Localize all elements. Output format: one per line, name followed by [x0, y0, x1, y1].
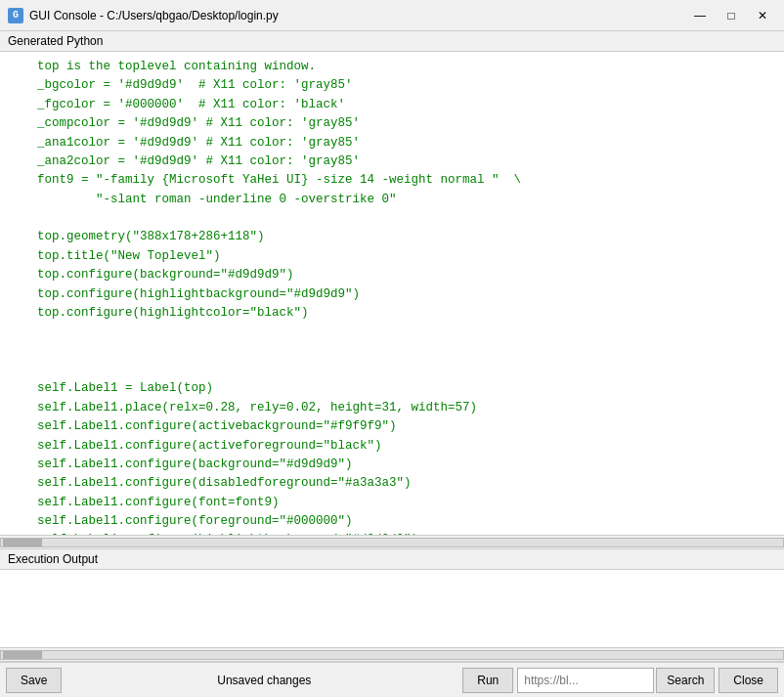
search-button[interactable]: Search	[656, 668, 715, 693]
close-button[interactable]: ✕	[749, 6, 776, 25]
scroll-thumb-bottom[interactable]	[3, 651, 42, 659]
title-bar: G GUI Console - C:/Users/qbgao/Desktop/l…	[0, 0, 784, 31]
scroll-thumb-top[interactable]	[3, 539, 42, 546]
maximize-button[interactable]: □	[718, 6, 745, 25]
save-button[interactable]: Save	[6, 668, 62, 693]
window-controls: — □ ✕	[686, 6, 776, 25]
close-toolbar-button[interactable]: Close	[719, 668, 778, 693]
search-input[interactable]	[517, 668, 654, 693]
toolbar: Save Unsaved changes Run Search Close	[0, 662, 784, 697]
run-button[interactable]: Run	[462, 668, 513, 693]
scroll-track-top[interactable]	[0, 538, 784, 547]
minimize-button[interactable]: —	[686, 6, 714, 25]
app-icon: G	[8, 8, 23, 23]
output-section: Execution Output	[0, 549, 784, 648]
code-area[interactable]: top is the toplevel containing window. _…	[0, 52, 784, 536]
horizontal-scrollbar-bottom[interactable]	[0, 648, 784, 662]
execution-output-label: Execution Output	[0, 549, 784, 570]
code-content: top is the toplevel containing window. _…	[0, 56, 784, 536]
scroll-track-bottom[interactable]	[0, 650, 784, 660]
horizontal-scrollbar-top[interactable]	[0, 536, 784, 549]
generated-python-label: Generated Python	[0, 31, 784, 52]
window-title: GUI Console - C:/Users/qbgao/Desktop/log…	[29, 9, 686, 22]
output-area	[0, 570, 784, 648]
unsaved-changes-label: Unsaved changes	[73, 674, 455, 687]
